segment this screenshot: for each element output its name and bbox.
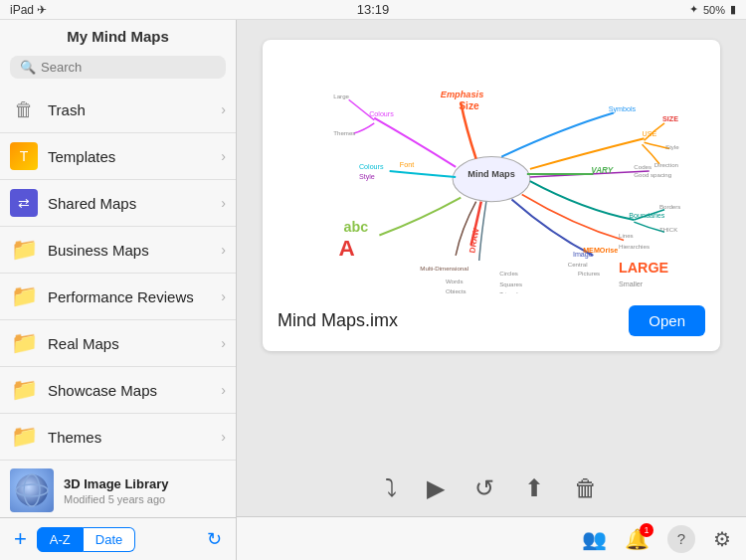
svg-text:Smaller: Smaller — [619, 280, 644, 288]
svg-text:Themes: Themes — [333, 129, 355, 136]
showcase-icon-wrap: 📁 — [10, 376, 38, 404]
sidebar-item-shared[interactable]: ⇄ Shared Maps › — [0, 180, 236, 227]
chevron-icon: › — [221, 429, 226, 445]
sidebar-footer: + A-Z Date ↻ — [0, 517, 236, 560]
folder-icon: 📁 — [11, 237, 38, 263]
sidebar-item-real[interactable]: 📁 Real Maps › — [0, 320, 236, 367]
sidebar-label-templates: Templates — [48, 148, 221, 165]
templates-icon-wrap: T — [10, 142, 38, 170]
sort-az-button[interactable]: A-Z — [37, 527, 84, 552]
status-right: ✦ 50% ▮ — [689, 3, 736, 16]
svg-text:Colours: Colours — [359, 163, 384, 171]
sort-group: A-Z Date — [37, 527, 197, 552]
trash-icon: 🗑 — [14, 98, 34, 121]
sidebar-item-business[interactable]: 📁 Business Maps › — [0, 227, 236, 274]
sidebar-item-performance[interactable]: 📁 Performance Reviews › — [0, 274, 236, 320]
settings-icon[interactable]: ⚙ — [713, 527, 731, 551]
sidebar-title: My Mind Maps — [0, 20, 236, 51]
file-info-3d: 3D Image Library Modified 5 years ago — [64, 476, 226, 505]
sidebar-list: 🗑 Trash › T Templates › ⇄ Shared Maps › — [0, 87, 236, 517]
open-button[interactable]: Open — [629, 305, 705, 336]
real-icon-wrap: 📁 — [10, 329, 38, 357]
svg-text:Hierarchies: Hierarchies — [619, 243, 650, 250]
import-icon[interactable]: ⤵ — [385, 474, 397, 502]
status-bar: iPad ✈ 13:19 ✦ 50% ▮ — [0, 0, 746, 20]
chevron-icon: › — [221, 382, 226, 398]
chevron-icon: › — [221, 335, 226, 351]
svg-text:Mind Maps: Mind Maps — [467, 169, 515, 179]
action-toolbar: ⤵ ▶ ↺ ⬆ 🗑 — [237, 461, 746, 516]
sidebar-item-showcase[interactable]: 📁 Showcase Maps › — [0, 367, 236, 414]
content-main: Mind Maps Colours Large Themes Emphasis … — [237, 20, 746, 461]
status-time: 13:19 — [357, 2, 390, 17]
svg-text:Multi-Dimensional: Multi-Dimensional — [420, 265, 468, 272]
sidebar-label-performance: Performance Reviews — [48, 288, 221, 305]
templates-icon: T — [10, 142, 38, 170]
battery-icon: ▮ — [730, 3, 736, 16]
export-icon[interactable]: ⬆ — [524, 474, 544, 502]
content-area: Mind Maps Colours Large Themes Emphasis … — [237, 20, 746, 560]
chevron-icon: › — [221, 101, 226, 117]
folder-icon: 📁 — [11, 377, 38, 403]
svg-text:Borders: Borders — [659, 203, 680, 210]
svg-text:VARY: VARY — [591, 166, 615, 175]
svg-text:MEMOrise: MEMOrise — [583, 247, 618, 255]
present-icon[interactable]: ▶ — [427, 474, 445, 502]
svg-text:abc: abc — [344, 219, 369, 235]
folder-icon: 📁 — [11, 424, 38, 450]
svg-text:A: A — [338, 236, 354, 261]
svg-text:Lines: Lines — [619, 233, 634, 240]
sort-date-button[interactable]: Date — [84, 527, 135, 552]
search-input[interactable] — [41, 60, 216, 75]
svg-text:SIZE: SIZE — [662, 115, 678, 123]
sidebar-label-shared: Shared Maps — [48, 195, 221, 212]
sidebar-item-trash[interactable]: 🗑 Trash › — [0, 87, 236, 133]
notification-badge: 1 — [640, 523, 653, 537]
trash-icon-wrap: 🗑 — [10, 95, 38, 123]
bluetooth-icon: ✦ — [689, 3, 698, 16]
refresh-button[interactable]: ↻ — [203, 528, 226, 550]
map-title-row: Mind Maps.imx Open — [278, 305, 705, 336]
bottom-bar: 👥 🔔 1 ? ⚙ — [237, 516, 746, 560]
svg-text:Style: Style — [665, 143, 679, 150]
search-input-wrap[interactable]: 🔍 — [10, 56, 226, 79]
delete-icon[interactable]: 🗑 — [574, 474, 598, 502]
map-preview-card: Mind Maps Colours Large Themes Emphasis … — [263, 40, 720, 351]
svg-text:Direction: Direction — [654, 161, 679, 168]
notifications-icon[interactable]: 🔔 1 — [625, 527, 650, 551]
add-button[interactable]: + — [10, 526, 31, 552]
share-icon[interactable]: ↺ — [474, 474, 494, 502]
file-name-3d: 3D Image Library — [64, 476, 226, 491]
svg-text:Good spacing: Good spacing — [634, 171, 671, 178]
svg-text:Font: Font — [400, 161, 414, 169]
svg-text:Pictures: Pictures — [578, 270, 600, 277]
sidebar-label-themes: Themes — [48, 429, 221, 446]
business-icon-wrap: 📁 — [10, 236, 38, 264]
svg-text:Large: Large — [333, 93, 349, 99]
chevron-icon: › — [221, 242, 226, 258]
sidebar-item-templates[interactable]: T Templates › — [0, 133, 236, 180]
svg-text:Words: Words — [446, 278, 464, 284]
folder-icon: 📁 — [11, 330, 38, 356]
file-item-3d[interactable]: 3D Image Library Modified 5 years ago — [0, 461, 236, 517]
sidebar-label-showcase: Showcase Maps — [48, 382, 221, 399]
svg-text:Squares: Squares — [499, 280, 522, 287]
performance-icon-wrap: 📁 — [10, 282, 38, 310]
shared-icon: ⇄ — [10, 189, 38, 217]
sidebar-label-real: Real Maps — [48, 335, 221, 352]
shared-icon-wrap: ⇄ — [10, 189, 38, 217]
svg-text:THICK: THICK — [659, 226, 678, 233]
users-icon[interactable]: 👥 — [582, 527, 607, 551]
svg-text:Emphasis: Emphasis — [441, 90, 483, 99]
help-icon[interactable]: ? — [667, 525, 695, 553]
chevron-icon: › — [221, 148, 226, 164]
svg-text:Symbols: Symbols — [609, 105, 637, 113]
chevron-icon: › — [221, 288, 226, 304]
sidebar-label-business: Business Maps — [48, 242, 221, 259]
battery-level: 50% — [703, 4, 725, 16]
map-preview-image: Mind Maps Colours Large Themes Emphasis … — [278, 55, 705, 293]
sidebar-item-themes[interactable]: 📁 Themes › — [0, 414, 236, 461]
svg-text:Colours: Colours — [369, 110, 394, 118]
svg-text:Triangles: Triangles — [499, 290, 524, 293]
svg-text:LARGE: LARGE — [619, 260, 668, 276]
